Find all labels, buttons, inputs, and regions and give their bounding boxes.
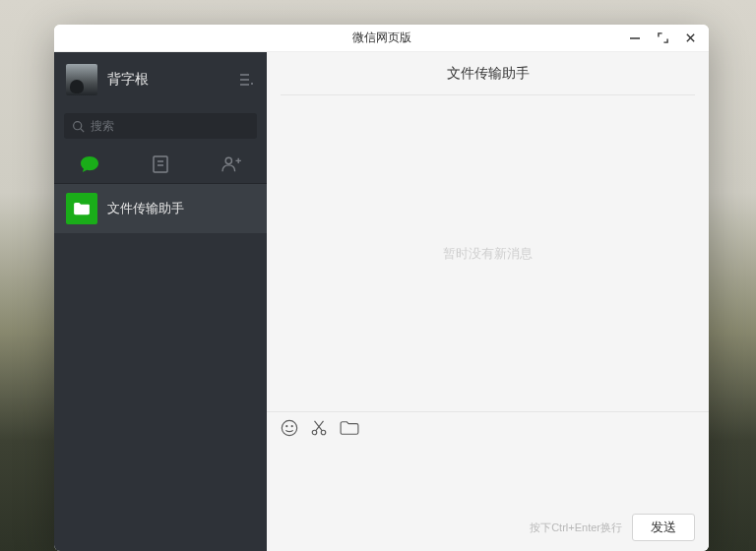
minimize-button[interactable]: [628, 31, 642, 45]
svg-point-10: [225, 157, 231, 163]
svg-rect-7: [154, 156, 167, 172]
chat-footer: 按下Ctrl+Enter换行 发送: [530, 514, 695, 541]
tab-contacts[interactable]: [196, 155, 266, 173]
screenshot-button[interactable]: [310, 419, 328, 437]
conversation-name: 文件传输助手: [107, 200, 184, 217]
tab-chats[interactable]: [54, 155, 124, 173]
add-contact-icon: [221, 155, 241, 173]
chat-toolbar: [267, 411, 709, 443]
chat-input-area: 按下Ctrl+Enter换行 发送: [267, 443, 709, 551]
conversation-item[interactable]: 文件传输助手: [54, 184, 267, 233]
titlebar: 微信网页版: [54, 25, 709, 52]
search-box[interactable]: [64, 113, 257, 139]
attach-file-button[interactable]: [340, 420, 359, 436]
svg-line-19: [315, 420, 323, 430]
message-input[interactable]: [281, 449, 695, 518]
scissors-icon: [310, 419, 328, 437]
search-icon: [72, 120, 85, 133]
svg-point-17: [321, 430, 326, 435]
folder-icon: [73, 202, 91, 215]
svg-point-14: [285, 425, 287, 427]
avatar[interactable]: [66, 64, 97, 95]
file-helper-avatar: [66, 193, 97, 224]
contacts-list-icon: [152, 155, 169, 173]
chat-title: 文件传输助手: [447, 65, 530, 83]
svg-point-5: [74, 121, 82, 129]
titlebar-controls: [628, 25, 703, 51]
titlebar-title: 微信网页版: [352, 30, 411, 46]
send-hint: 按下Ctrl+Enter换行: [530, 520, 622, 535]
search-input[interactable]: [91, 119, 249, 133]
app-window: 微信网页版 背字根: [54, 25, 709, 551]
svg-point-4: [251, 83, 253, 85]
empty-state-text: 暂时没有新消息: [443, 245, 533, 263]
sidebar: 背字根: [54, 52, 267, 551]
emoji-button[interactable]: [281, 419, 298, 437]
profile-name: 背字根: [107, 71, 239, 89]
maximize-button[interactable]: [656, 31, 669, 45]
svg-point-16: [312, 430, 317, 435]
profile-row: 背字根: [54, 52, 267, 107]
chat-pane: 文件传输助手 暂时没有新消息 按下Ctrl+Enter换行: [267, 52, 709, 551]
chat-header: 文件传输助手: [281, 52, 695, 95]
svg-line-6: [81, 128, 84, 131]
folder-outline-icon: [340, 420, 359, 436]
svg-point-13: [282, 420, 296, 435]
send-button[interactable]: 发送: [632, 514, 695, 541]
chat-body: 暂时没有新消息: [267, 95, 709, 411]
menu-icon[interactable]: [239, 73, 255, 87]
close-button[interactable]: [683, 31, 697, 45]
search-row: [54, 107, 267, 145]
nav-tabs: [54, 145, 267, 184]
content: 背字根: [54, 52, 709, 551]
conversation-list: 文件传输助手: [54, 184, 267, 551]
emoji-icon: [281, 419, 298, 437]
svg-line-18: [316, 420, 324, 430]
svg-point-15: [291, 425, 293, 427]
chat-bubble-icon: [80, 155, 99, 173]
tab-read[interactable]: [125, 155, 195, 173]
